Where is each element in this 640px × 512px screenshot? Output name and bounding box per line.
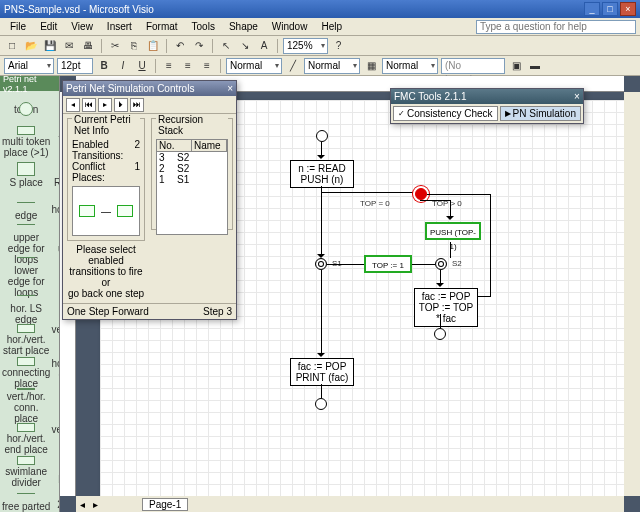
- node-text: PUSH (n): [293, 174, 351, 185]
- italic-icon[interactable]: I: [115, 58, 131, 74]
- pn-simulation-button[interactable]: ▶ PN Simulation: [500, 106, 581, 121]
- node-read[interactable]: n := READ PUSH (n): [290, 160, 354, 188]
- align-left-icon[interactable]: ≡: [161, 58, 177, 74]
- stencil-shape[interactable]: hor. LS edge: [2, 291, 50, 323]
- maximize-button[interactable]: □: [602, 2, 618, 16]
- stencil-shape[interactable]: multi token place (inf.): [51, 126, 59, 158]
- conflict-place[interactable]: [415, 188, 427, 200]
- menu-format[interactable]: Format: [140, 20, 184, 33]
- menu-edit[interactable]: Edit: [34, 20, 63, 33]
- menu-tools[interactable]: Tools: [186, 20, 221, 33]
- help-icon[interactable]: ?: [331, 38, 347, 54]
- stencil-shape[interactable]: vert./hor. end place: [51, 423, 59, 455]
- tab-page1[interactable]: Page-1: [142, 498, 188, 511]
- redo-icon[interactable]: ↷: [191, 38, 207, 54]
- step-back-icon[interactable]: ◂: [66, 98, 80, 112]
- place-s1[interactable]: [315, 258, 327, 270]
- bold-icon[interactable]: B: [96, 58, 112, 74]
- connector-icon[interactable]: ↘: [237, 38, 253, 54]
- stencil-shape[interactable]: hor./vert. edge: [51, 192, 59, 224]
- layer-select[interactable]: (No Layer): [441, 58, 505, 74]
- toolbar-format: Arial 12pt B I U ≡ ≡ ≡ Normal ╱ Normal ▦…: [0, 56, 640, 76]
- start-node[interactable]: [316, 130, 328, 142]
- help-search-input[interactable]: [476, 20, 636, 34]
- stencil-shape[interactable]: start place: [51, 291, 59, 323]
- pointer-icon[interactable]: ↖: [218, 38, 234, 54]
- mail-icon[interactable]: ✉: [61, 38, 77, 54]
- stencil-shape[interactable]: token: [2, 93, 50, 125]
- paste-icon[interactable]: 📋: [145, 38, 161, 54]
- weight-select[interactable]: Normal: [304, 58, 360, 74]
- menu-file[interactable]: File: [4, 20, 32, 33]
- font-select[interactable]: Arial: [4, 58, 54, 74]
- open-icon[interactable]: 📂: [23, 38, 39, 54]
- stack-list[interactable]: No.Name 3S2 2S2 1S1: [156, 139, 228, 235]
- stencil-shape[interactable]: free parted edge: [2, 489, 50, 512]
- stencil-shape[interactable]: hor./vert. conn. place: [51, 357, 59, 389]
- text-icon[interactable]: A: [256, 38, 272, 54]
- close-button[interactable]: ×: [620, 2, 636, 16]
- cut-icon[interactable]: ✂: [107, 38, 123, 54]
- stencil-shape[interactable]: upper edge for loops: [2, 225, 50, 257]
- fmc-close-icon[interactable]: ×: [574, 91, 580, 102]
- style-select[interactable]: Normal: [226, 58, 282, 74]
- stencil-shape[interactable]: edge: [2, 192, 50, 224]
- stencil-shape[interactable]: end place: [51, 390, 59, 422]
- stencil-shape[interactable]: hor./vert. end place: [2, 423, 50, 455]
- fill-icon[interactable]: ▦: [363, 58, 379, 74]
- ffwd-icon[interactable]: ⏭: [130, 98, 144, 112]
- menu-insert[interactable]: Insert: [101, 20, 138, 33]
- node-push[interactable]: PUSH (TOP-1): [425, 222, 481, 240]
- menu-help[interactable]: Help: [315, 20, 348, 33]
- minimize-button[interactable]: _: [584, 2, 600, 16]
- menu-view[interactable]: View: [65, 20, 99, 33]
- stencil-shape[interactable]: vert./hor. start place: [51, 324, 59, 356]
- size-select[interactable]: 12pt: [57, 58, 93, 74]
- fmc-title: FMC Tools 2.1.1: [394, 91, 467, 102]
- menu-shape[interactable]: Shape: [223, 20, 264, 33]
- stencil-shape[interactable]: brace: [51, 456, 59, 488]
- step-fwd-icon[interactable]: ▸: [98, 98, 112, 112]
- print-icon[interactable]: 🖶: [80, 38, 96, 54]
- line-icon[interactable]: ╱: [285, 58, 301, 74]
- zoom-select[interactable]: 125%: [283, 38, 328, 54]
- node-print[interactable]: fac := POP PRINT (fac): [290, 358, 354, 386]
- end-node[interactable]: [315, 398, 327, 410]
- rewind-icon[interactable]: ⏮: [82, 98, 96, 112]
- save-icon[interactable]: 💾: [42, 38, 58, 54]
- line-color-icon[interactable]: ▬: [527, 58, 543, 74]
- stencil-shape[interactable]: strait upper edge: [51, 225, 59, 257]
- simulation-panel: Petri Net Simulation Controls × ◂ ⏮ ▸ ⏵ …: [62, 80, 237, 320]
- stencil-shape[interactable]: connecting place: [2, 357, 50, 389]
- stencil-shape[interactable]: hor./vert. start place: [2, 324, 50, 356]
- play-icon[interactable]: ⏵: [114, 98, 128, 112]
- panel-toolbar: ◂ ⏮ ▸ ⏵ ⏭: [63, 96, 236, 114]
- place-s2[interactable]: [435, 258, 447, 270]
- stencil-shape[interactable]: NOP: [51, 93, 59, 125]
- stencil-shape[interactable]: swimlane divider: [2, 456, 50, 488]
- end-node[interactable]: [434, 328, 446, 340]
- stencil-shape[interactable]: lower edge for loops: [2, 258, 50, 290]
- menu-window[interactable]: Window: [266, 20, 314, 33]
- align-center-icon[interactable]: ≡: [180, 58, 196, 74]
- fill-color-icon[interactable]: ▣: [508, 58, 524, 74]
- stencil-shape[interactable]: multi token place (>1): [2, 126, 50, 158]
- stencil-title[interactable]: Petri net v2.1.1: [0, 76, 59, 91]
- stencil-shape[interactable]: S place: [2, 159, 50, 191]
- consistency-check-button[interactable]: ✓ Consistency Check: [393, 106, 498, 121]
- stencil-shape[interactable]: strait lower edge: [51, 258, 59, 290]
- underline-icon[interactable]: U: [134, 58, 150, 74]
- stencil-shape[interactable]: vert./hor. conn. place: [2, 390, 50, 422]
- pattern-select[interactable]: Normal: [382, 58, 438, 74]
- stencil-shape[interactable]: R place: [51, 159, 59, 191]
- align-right-icon[interactable]: ≡: [199, 58, 215, 74]
- panel-close-icon[interactable]: ×: [227, 83, 233, 94]
- undo-icon[interactable]: ↶: [172, 38, 188, 54]
- copy-icon[interactable]: ⎘: [126, 38, 142, 54]
- stencil-shape[interactable]: 2 dots diag.: [51, 489, 59, 512]
- node-top1[interactable]: TOP := 1: [364, 255, 412, 273]
- new-icon[interactable]: □: [4, 38, 20, 54]
- page-tabs[interactable]: ◂▸ Page-1: [76, 496, 624, 512]
- node-fac[interactable]: fac := POP TOP := TOP * fac: [414, 288, 478, 327]
- scrollbar-vertical[interactable]: [624, 92, 640, 496]
